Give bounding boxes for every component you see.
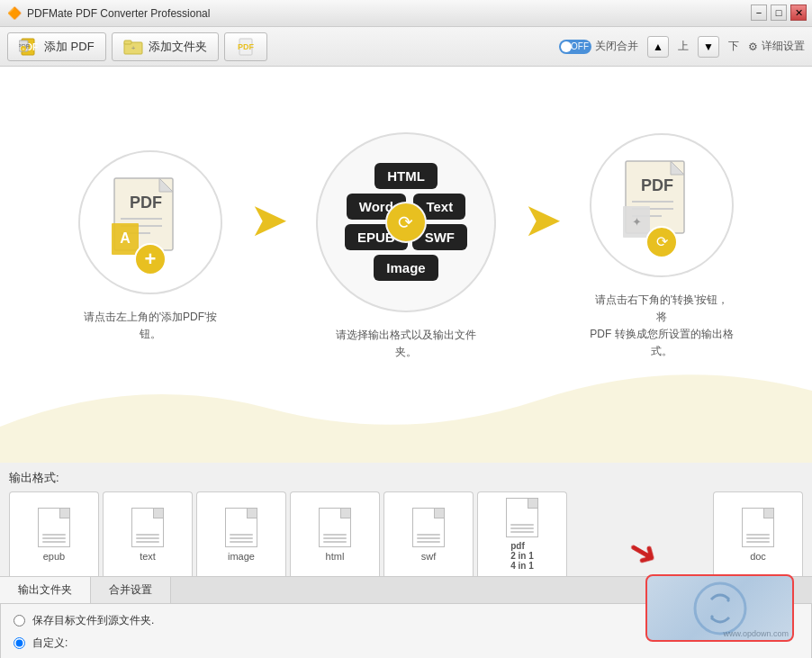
step-1-label: 请点击左上角的'添加PDF'按钮。: [78, 309, 222, 343]
epub-tab[interactable]: epub: [9, 491, 99, 576]
up-icon: ▲: [653, 41, 663, 53]
up-button[interactable]: ▲: [647, 36, 669, 58]
svg-text:A: A: [120, 230, 131, 246]
convert-button[interactable]: www.opdown.com: [645, 574, 794, 642]
toolbar: PDF PDF + 添加 PDF + 添加文件夹 PDF: [0, 27, 812, 67]
step-2-label: 请选择输出格式以及输出文件夹。: [334, 327, 478, 361]
html-file-icon: [319, 508, 351, 547]
doc-file-icon: [742, 508, 774, 547]
pdf-tab-label: pdf2 in 14 in 1: [510, 541, 534, 571]
svg-text:+: +: [22, 46, 25, 51]
step-2-circle: HTML Word Text EPUB SWF Image: [316, 132, 496, 312]
html-format-btn[interactable]: HTML: [374, 163, 438, 189]
image-format-btn[interactable]: Image: [374, 255, 438, 281]
pdf-tab[interactable]: pdf2 in 14 in 1: [477, 491, 567, 576]
output-format-section: 输出格式: epub text image html: [0, 463, 812, 576]
pdf-source-icon: PDF A +: [110, 174, 191, 271]
pdf-icon-2: PDF: [236, 37, 256, 57]
pdf-output-icon: PDF ✦ ⟳: [621, 157, 702, 254]
image-file-icon: [225, 508, 257, 547]
text-file-icon: [131, 508, 164, 547]
image-tab-label: image: [228, 551, 255, 562]
merge-toggle[interactable]: OFF 关闭合并: [559, 39, 638, 54]
close-button[interactable]: ✕: [790, 5, 807, 21]
pdf-file-icon: [506, 498, 538, 537]
step-1: PDF A + 请点击左上角的'添加PDF'按钮。: [78, 150, 222, 343]
convert-icon: [693, 581, 747, 635]
svg-text:PDF: PDF: [238, 42, 255, 51]
output-folder-tab[interactable]: 输出文件夹: [0, 577, 91, 603]
watermark-text: www.opdown.com: [723, 629, 789, 638]
settings-button[interactable]: ⚙ 详细设置: [748, 39, 805, 54]
image-tab[interactable]: image: [196, 491, 286, 576]
output-format-label: 输出格式:: [9, 470, 803, 486]
convert-button-container: www.opdown.com: [645, 574, 794, 642]
save-source-radio[interactable]: [14, 615, 25, 626]
swf-tab[interactable]: swf: [383, 491, 474, 576]
add-pdf-button[interactable]: PDF PDF + 添加 PDF: [7, 32, 106, 61]
svg-point-27: [695, 583, 745, 634]
svg-text:PDF: PDF: [130, 194, 162, 212]
text-tab-label: text: [140, 551, 156, 562]
add-pdf-label: 添加 PDF: [44, 39, 95, 55]
merge-settings-tab[interactable]: 合并设置: [91, 577, 171, 603]
save-source-label: 保存目标文件到源文件夹.: [32, 613, 154, 628]
custom-path-label: 自定义:: [32, 635, 68, 651]
swf-tab-label: swf: [421, 551, 437, 562]
svg-text:✦: ✦: [632, 215, 642, 229]
doc-tab[interactable]: doc: [713, 491, 803, 576]
step-3: PDF ✦ ⟳ 请点击右下角的'转换'按钮，将PDF 转换成您所设置的输出格式。: [590, 133, 734, 361]
epub-file-icon: [38, 508, 70, 547]
app-icon: 🔶: [7, 6, 22, 21]
minimize-button[interactable]: −: [751, 5, 767, 21]
step-1-circle: PDF A +: [78, 150, 222, 294]
maximize-button[interactable]: □: [771, 5, 787, 21]
custom-path-radio[interactable]: [14, 637, 25, 649]
down-icon: ▼: [703, 41, 714, 53]
window-controls: − □ ✕: [751, 5, 807, 21]
format-tabs: epub text image html swf: [9, 491, 803, 576]
merge-toggle-label: 关闭合并: [595, 39, 638, 54]
down-button[interactable]: ▼: [698, 36, 719, 58]
step-2: HTML Word Text EPUB SWF Image: [316, 132, 496, 361]
add-folder-icon: +: [123, 37, 143, 57]
settings-label: 详细设置: [762, 39, 805, 54]
toolbar-right: OFF 关闭合并 ▲ 上 ▼ 下 ⚙ 详细设置: [559, 36, 805, 58]
gear-icon: ⚙: [748, 41, 758, 53]
step-3-label: 请点击右下角的'转换'按钮，将PDF 转换成您所设置的输出格式。: [590, 292, 734, 361]
svg-text:PDF: PDF: [641, 176, 673, 194]
step-3-circle: PDF ✦ ⟳: [590, 133, 734, 277]
svg-text:+: +: [131, 44, 135, 52]
arrow-1: ➤: [249, 193, 289, 247]
extra-button[interactable]: PDF: [224, 32, 267, 61]
html-tab-label: html: [326, 551, 345, 562]
add-pdf-icon: PDF PDF +: [19, 37, 39, 57]
text-tab[interactable]: text: [103, 491, 193, 576]
add-folder-button[interactable]: + 添加文件夹: [112, 32, 219, 61]
doc-tab-label: doc: [750, 551, 766, 562]
epub-tab-label: epub: [43, 551, 65, 562]
app-title: PDFMate PDF Converter Professional: [27, 7, 805, 20]
tab-spacer: [571, 491, 709, 576]
html-tab[interactable]: html: [290, 491, 380, 576]
main-area: PDF A + 请点击左上角的'添加PDF'按钮。: [0, 67, 812, 463]
down-label: 下: [728, 39, 739, 54]
arrow-2: ➤: [523, 193, 563, 247]
steps-container: PDF A + 请点击左上角的'添加PDF'按钮。: [0, 67, 812, 463]
swf-file-icon: [412, 508, 445, 547]
add-folder-label: 添加文件夹: [149, 39, 207, 55]
title-bar: 🔶 PDFMate PDF Converter Professional − □…: [0, 0, 812, 27]
up-label: 上: [678, 39, 689, 54]
